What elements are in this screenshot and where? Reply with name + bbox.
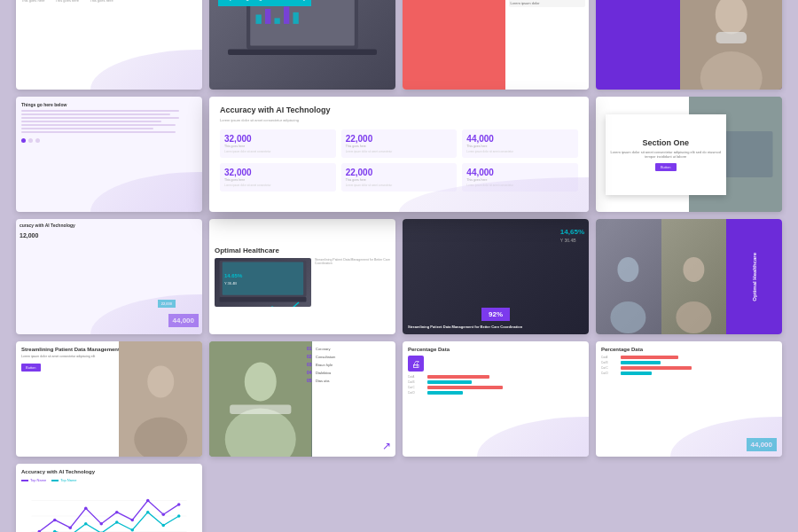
slide9-stat2: Y 36.4B (560, 238, 584, 243)
slide14-bar-row-2: Cat B (601, 361, 777, 364)
svg-rect-4 (265, 9, 270, 24)
laptop-img: 14.65% Y 36.4B (215, 258, 311, 307)
line-2 (21, 113, 170, 115)
list-num-3: 03 (307, 362, 314, 367)
svg-point-40 (69, 526, 73, 529)
bar-label-2: Cat B (408, 380, 426, 384)
bar-label-3: Cat C (408, 386, 426, 389)
slide-3: Improving Diagnostics Accuracy Lorem ips… (403, 0, 589, 90)
slide10-strip: Optimal Healthcare (726, 219, 782, 334)
svg-rect-33 (230, 405, 291, 414)
slide14-bar-row-3: Cat C (601, 366, 777, 370)
list-text-2: Consultatum (316, 355, 335, 359)
feat-stat2-num: 22,000 (346, 134, 453, 144)
slide14-label-1: Cat A (601, 356, 619, 359)
slide-12: 01 Coronary 02 Consultatum 03 Braun hyle… (209, 341, 395, 457)
svg-text:Y 36.4B: Y 36.4B (224, 281, 237, 286)
stat-2: 22,000 This goes here (56, 0, 83, 3)
slide14-bar-teal-1 (621, 361, 661, 364)
slide11-text: Lorem ipsum dolor sit amet consectetur a… (21, 355, 118, 359)
dot-2 (28, 138, 33, 143)
svg-point-39 (53, 519, 57, 522)
svg-point-22 (676, 301, 711, 333)
slide12-portrait (209, 341, 312, 457)
slide-10: Optimal Healthcare (596, 219, 782, 334)
slide11-btn: Button (21, 364, 41, 372)
coral-panel: Improving Diagnostics Accuracy (403, 0, 505, 90)
slide11-photo (119, 341, 203, 457)
bar-label-4: Cat D (408, 391, 426, 395)
feat-stat-2: 22,000 This goes here Lorem ipsum dolor … (341, 129, 458, 158)
feat-stat4-num: 32,000 (224, 168, 332, 177)
feat-stat6-num: 44,000 (466, 168, 574, 177)
slide9-stat1: 14,65% (560, 228, 584, 236)
stat-3: 44,000 This goes here (90, 0, 117, 3)
slide14-bar-row-4: Cat D (601, 372, 777, 375)
photo-1 (596, 219, 661, 334)
legend-label-2: Top Name (60, 478, 76, 482)
slide15-chart (21, 485, 197, 532)
svg-point-20 (611, 301, 646, 333)
svg-point-45 (146, 499, 150, 503)
wave-deco-13 (477, 417, 589, 458)
list-text-1: Coronary (316, 347, 330, 351)
person-svg-1 (602, 232, 654, 334)
list-row-4: 04 Dialektiva (307, 370, 391, 375)
slide14-bars: Cat A Cat B Cat C Cat D (601, 356, 777, 375)
feat-stat-4: 32,000 This goes here Lorem ipsum dolor … (220, 163, 336, 192)
slide-9: Streamlining Patient Data Management for… (403, 219, 589, 334)
bar-row-2: Cat B (408, 380, 583, 384)
stat3-label: This goes here (90, 0, 117, 3)
section-one-sub: Lorem ipsum dolor sit amet consectetur a… (611, 150, 722, 159)
feat-stat1-label: This goes here (224, 145, 332, 148)
slide4-photo (680, 0, 783, 90)
bar-teal-2 (427, 391, 463, 395)
bar-coral-1 (427, 375, 489, 379)
svg-point-41 (84, 507, 88, 511)
stat-1: 32,000 This goes here (21, 0, 49, 3)
feat-stat3-label: This goes here (466, 145, 574, 148)
bar-row-1: Cat A (408, 375, 583, 379)
slide-7: curacy with AI Technology 12,000 44,000 … (16, 219, 202, 334)
photo-2 (661, 219, 727, 334)
list-text-3: Braun hyle (316, 363, 332, 367)
slide8-sub: Streamlining Patient Data Management for… (315, 258, 390, 265)
slide10-photos (596, 219, 726, 334)
bar-row-4: Cat D (408, 391, 583, 395)
legend-label-1: Top Name (30, 478, 46, 482)
slide-13: Percentage Data 🖨 Cat A Cat B Cat C Cat … (403, 341, 589, 457)
laptop-svg: 14.65% Y 36.4B (215, 258, 311, 307)
slide-4: Healthcare Template (596, 0, 782, 90)
slide8-subtext: Streamlining Patient Data Management for… (315, 258, 390, 265)
slide8-title: Optimal Healthcare (215, 246, 390, 254)
line-5 (21, 124, 176, 126)
bar-coral-2 (427, 386, 503, 389)
list-num-2: 02 (307, 354, 314, 359)
feat-stat-3: 44,000 This goes here Lorem ipsum dolor … (462, 129, 578, 158)
legend-line-1 (21, 480, 28, 481)
bar-row-3: Cat C (408, 386, 583, 389)
feat-stat3-num: 44,000 (466, 134, 574, 144)
svg-point-44 (131, 519, 135, 522)
slide15-legend: Top Name Top Name (21, 478, 197, 482)
slide13-icon-row: 🖨 (408, 356, 583, 372)
svg-point-19 (618, 257, 639, 282)
wave-decoration (90, 50, 202, 90)
slide9-overlay: 14,65% Y 36.4B (560, 228, 584, 243)
slide14-bar-row-1: Cat A (601, 356, 777, 359)
doctor-portrait-svg (209, 341, 312, 457)
featured-title: Accuracy with AI Technology (220, 106, 578, 114)
slide3-right: Lorem ipsum dolor Lorem ipsum dolor Lore… (505, 0, 590, 90)
slide-1: Accuracy with AI Technology 32,000 This … (16, 0, 202, 90)
person-svg-2 (668, 232, 720, 334)
list-num-4: 04 (307, 370, 314, 375)
svg-rect-3 (256, 15, 262, 24)
feat-stat1-num: 32,000 (224, 134, 332, 144)
svg-rect-6 (284, 6, 289, 24)
slide2-bg (209, 0, 395, 90)
item-box-3: Lorem ipsum dolor (509, 0, 586, 7)
slide7-num1: 12,000 (20, 232, 199, 239)
slide-15: Accuracy with AI Technology Top Name Top… (16, 464, 202, 532)
slide5-lines (21, 110, 197, 133)
slide-14: Percentage Data Cat A Cat B Cat C Cat D … (596, 341, 782, 457)
